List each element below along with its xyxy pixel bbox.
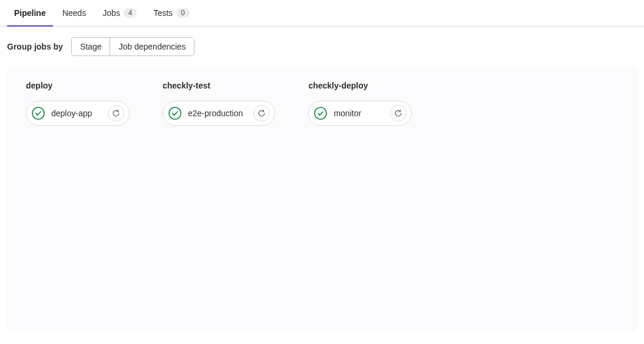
stage-checkly-deploy: checkly-deploy monitor [308,81,412,126]
retry-button[interactable] [108,105,124,122]
retry-icon [394,109,402,117]
retry-button[interactable] [253,105,270,122]
tab-jobs-badge: 4 [124,8,137,18]
group-by-bar: Group jobs by Stage Job dependencies [0,27,644,67]
pipeline-canvas: deploy deploy-app checkly-tes [7,67,637,332]
success-icon [313,106,328,120]
stage-checkly-test: checkly-test e2e-production [163,81,275,126]
tab-tests-label: Tests [153,8,173,18]
success-icon [168,106,182,120]
job-deploy-app[interactable]: deploy-app [26,101,130,126]
job-monitor-label: monitor [333,109,384,118]
tab-pipeline-label: Pipeline [14,8,46,18]
stage-checkly-test-name: checkly-test [163,81,275,90]
tab-tests-badge: 0 [176,8,190,18]
stages-row: deploy deploy-app checkly-tes [26,81,618,126]
retry-icon [112,109,120,117]
retry-button[interactable] [390,105,407,122]
tab-needs[interactable]: Needs [55,0,93,26]
job-e2e-production[interactable]: e2e-production [163,101,275,126]
group-by-label: Group jobs by [7,42,63,51]
stage-deploy-name: deploy [26,81,130,90]
svg-point-1 [169,107,181,119]
group-by-job-deps-button[interactable]: Job dependencies [110,38,194,55]
retry-icon [257,109,266,117]
stage-deploy: deploy deploy-app [26,81,130,126]
success-icon [31,106,45,120]
job-deploy-app-label: deploy-app [51,109,102,118]
job-e2e-production-label: e2e-production [188,109,247,118]
tab-jobs-label: Jobs [103,8,120,18]
tab-needs-label: Needs [62,8,86,18]
tabs: Pipeline Needs Jobs 4 Tests 0 [0,0,644,27]
svg-point-2 [315,107,326,119]
svg-point-0 [32,107,44,119]
group-by-stage-button[interactable]: Stage [72,38,110,55]
tab-tests[interactable]: Tests 0 [146,0,196,26]
group-by-toggle: Stage Job dependencies [71,37,194,56]
stage-checkly-deploy-name: checkly-deploy [308,81,412,90]
job-monitor[interactable]: monitor [308,101,412,126]
tab-pipeline[interactable]: Pipeline [7,0,53,26]
tab-jobs[interactable]: Jobs 4 [95,0,144,26]
